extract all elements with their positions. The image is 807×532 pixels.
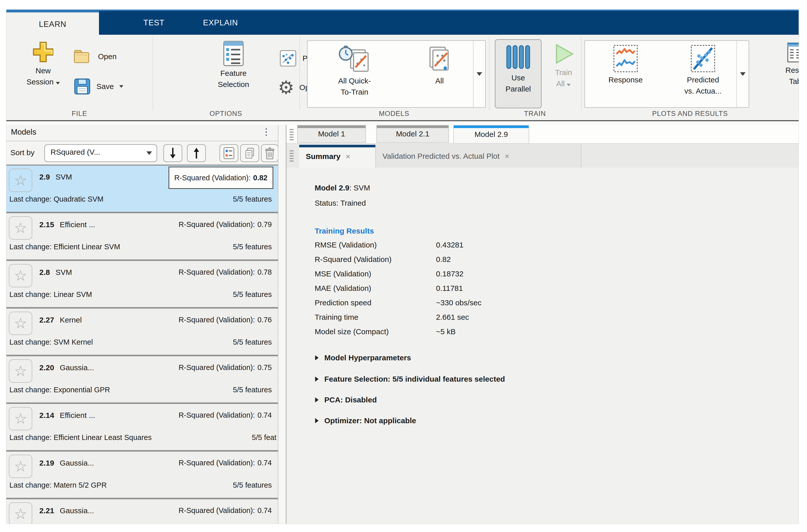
feature-selection-label: Feature — [209, 68, 258, 79]
model-id: 2.20 — [39, 363, 54, 372]
feature-selection-button[interactable]: Feature Selection — [209, 40, 258, 90]
new-session-button[interactable]: New Session — [18, 40, 69, 88]
last-change-label: Last change: SVM Kernel — [10, 338, 93, 346]
all-models-button[interactable]: All — [414, 44, 465, 87]
metric-value: 0.78 — [258, 268, 272, 276]
favorite-star-button[interactable]: ☆ — [9, 169, 32, 192]
features-count: 5/5 features — [233, 481, 272, 489]
train-all-button[interactable]: Train All — [546, 42, 581, 89]
star-icon: ☆ — [14, 459, 27, 474]
collapsible-optimizer[interactable]: Optimizer: Not applicable — [315, 416, 416, 426]
tabbar-grip-icon[interactable] — [290, 150, 294, 162]
all-label: All — [414, 75, 465, 87]
all-quick-to-train-button[interactable]: All Quick- To-Train — [315, 44, 394, 98]
favorite-star-button[interactable]: ☆ — [9, 359, 32, 383]
close-icon[interactable]: × — [505, 152, 509, 161]
tab-summary[interactable]: Summary× — [299, 145, 375, 168]
new-session-label2: Session — [18, 76, 69, 88]
response-plot-icon — [612, 44, 639, 73]
collapsible-label: Model Hyperparameters — [324, 353, 411, 363]
close-icon[interactable]: × — [346, 152, 350, 161]
model-id: 2.14 — [39, 411, 54, 419]
duplicate-model-button[interactable] — [240, 144, 259, 162]
panel-splitter[interactable] — [278, 125, 287, 524]
model-id: 2.21 — [39, 507, 54, 515]
features-count: 5/5 feat — [252, 433, 276, 442]
kebab-menu-icon[interactable]: ⋮ — [262, 127, 271, 137]
metric-value: 0.75 — [258, 363, 272, 372]
model-list-item-2-20[interactable]: ☆ 2.20Gaussia... R-Squared (Validation):… — [6, 356, 278, 402]
sort-ascending-button[interactable] — [187, 144, 206, 162]
ribbon-toolbar: New Session Open Save FILE Feature Selec… — [6, 35, 799, 121]
arrow-down-icon — [168, 147, 177, 159]
response-plot-button[interactable]: Response — [589, 44, 662, 86]
collapsible-pca[interactable]: PCA: Disabled — [315, 395, 377, 405]
model-list-item-2-19[interactable]: ☆ 2.19Gaussia... R-Squared (Validation):… — [6, 452, 278, 498]
predicted-vs-actual-label: Predicted — [669, 74, 737, 86]
results-table-button[interactable]: Results Table — [770, 41, 799, 110]
summary-plot-tabbar: Summary× Validation Predicted vs. Actual… — [287, 143, 799, 168]
favorite-star-button[interactable]: ☆ — [9, 312, 32, 335]
model-name: Efficient ... — [60, 411, 95, 419]
predicted-vs-actual-button[interactable]: Predicted vs. Actua... — [669, 44, 737, 97]
last-change-label: Last change: Quadratic SVM — [10, 195, 104, 203]
models-gallery-expand-button[interactable] — [473, 41, 485, 107]
favorite-star-button[interactable]: ☆ — [9, 502, 32, 524]
save-label: Save — [96, 81, 114, 92]
metric-label: R-Squared (Validation): — [179, 316, 255, 324]
collapsible-model-hyperparameters[interactable]: Model Hyperparameters — [315, 353, 411, 363]
metric-label: R-Squared (Validation): — [179, 220, 255, 228]
use-parallel-button[interactable]: Use Parallel — [495, 39, 542, 108]
star-icon: ☆ — [14, 173, 27, 188]
tab-stripe — [377, 126, 448, 128]
model-list-item-2-21[interactable]: ☆ 2.21Gaussia... R-Squared (Validation):… — [6, 499, 278, 524]
tab-learn[interactable]: LEARN — [6, 11, 99, 35]
legend-options-button[interactable] — [220, 144, 238, 162]
tab-model-2-1[interactable]: Model 2.1 — [377, 125, 449, 143]
open-button[interactable]: Open — [74, 49, 116, 64]
gear-icon: ⚙ — [278, 78, 294, 97]
tabbar-grip-icon[interactable] — [290, 129, 294, 140]
favorite-star-button[interactable]: ☆ — [9, 455, 32, 478]
train-all-dropdown-icon — [567, 84, 571, 86]
response-label: Response — [589, 74, 662, 86]
collapsible-feature-selection[interactable]: Feature Selection: 5/5 individual featur… — [315, 374, 505, 384]
tab-model-1[interactable]: Model 1 — [297, 125, 366, 143]
favorite-star-button[interactable]: ☆ — [9, 264, 32, 287]
train-all-label: Train — [546, 67, 581, 78]
tab-test[interactable]: TEST — [143, 11, 164, 35]
section-label-models: MODELS — [379, 110, 409, 118]
tab-validation-predicted-vs-actual[interactable]: Validation Predicted vs. Actual Plot× — [375, 145, 581, 168]
metric-row-label: Training time — [315, 312, 358, 322]
parallel-bars-icon — [504, 43, 532, 71]
train-all-label2-text: All — [556, 79, 565, 88]
models-panel-title: Models — [11, 128, 36, 137]
model-list: ☆ 2.9SVM R-Squared (Validation):0.82 Las… — [6, 166, 278, 524]
model-list-item-2-27[interactable]: ☆ 2.27Kernel R-Squared (Validation):0.76… — [6, 309, 278, 355]
tab-explain[interactable]: EXPLAIN — [203, 11, 238, 35]
tab-model-2-9[interactable]: Model 2.9 — [453, 125, 529, 144]
last-change-label: Last change: Efficient Linear SVM — [10, 243, 120, 251]
favorite-star-button[interactable]: ☆ — [9, 216, 32, 240]
favorite-star-button[interactable]: ☆ — [9, 407, 32, 430]
model-list-item-2-15[interactable]: ☆ 2.15Efficient ... R-Squared (Validatio… — [6, 213, 278, 260]
section-divider — [581, 37, 582, 110]
sort-descending-button[interactable] — [163, 144, 182, 162]
metric-row-value: ~330 obs/sec — [436, 298, 481, 308]
plots-gallery-expand-button[interactable] — [736, 41, 749, 107]
sort-by-value: RSquared (V... — [51, 148, 100, 156]
section-divider — [152, 37, 153, 110]
train-all-label2: All — [546, 78, 581, 89]
dropdown-arrow-icon — [56, 82, 60, 84]
delete-model-button[interactable] — [261, 144, 278, 162]
star-icon: ☆ — [14, 221, 27, 235]
save-icon — [74, 78, 91, 95]
save-button[interactable]: Save — [74, 78, 123, 95]
model-list-item-2-14[interactable]: ☆ 2.14Efficient ... R-Squared (Validatio… — [6, 404, 278, 450]
star-icon: ☆ — [14, 316, 27, 331]
all-quick-label2: To-Train — [315, 87, 394, 98]
sort-by-dropdown[interactable]: RSquared (V... — [44, 144, 157, 162]
model-list-item-2-9[interactable]: ☆ 2.9SVM R-Squared (Validation):0.82 Las… — [6, 166, 278, 212]
expand-arrow-icon — [315, 355, 319, 360]
model-list-item-2-8[interactable]: ☆ 2.8SVM R-Squared (Validation):0.78 Las… — [6, 261, 278, 307]
